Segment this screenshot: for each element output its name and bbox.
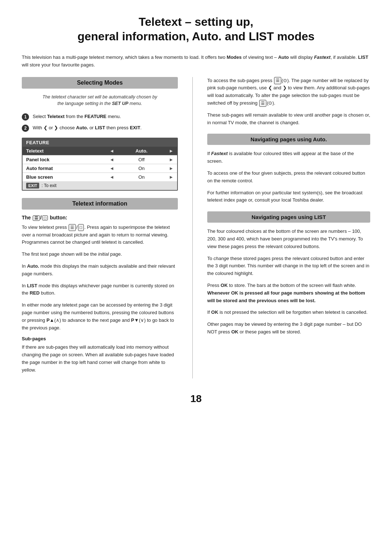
arrow-left-teletext: ◄: [106, 147, 118, 155]
subpages-header: Sub-pages: [22, 336, 178, 341]
left-column: Selecting Modes The teletext character s…: [22, 77, 178, 378]
button-para5: In either mode any teletext page can be …: [22, 301, 178, 332]
nav-auto-para3: For further information on your particul…: [207, 189, 370, 204]
row-label-bluescreen: Blue screen: [23, 173, 106, 182]
nav-list-para5: Other pages may be viewed by entering th…: [207, 321, 370, 336]
italic-note: The teletext character set will be autom…: [22, 94, 178, 108]
value-autoformat: On: [118, 164, 166, 173]
button-para2: The first text page shown will be the in…: [22, 251, 178, 258]
row-label-panellock: Panel lock: [23, 155, 106, 164]
feature-table-wrapper: FEATURE Teletext ◄ Auto. ► Panel lock ◄ …: [22, 138, 178, 191]
button-para4: In LIST mode this displays whichever pag…: [22, 282, 178, 297]
button-para1: To view teletext press ☰/□. Press again …: [22, 224, 178, 246]
exit-desc: : To exit: [41, 183, 56, 188]
page-title: Teletext – setting up, general informati…: [22, 15, 370, 44]
value-panellock: Off: [118, 155, 166, 164]
step-number-2: 2: [22, 125, 29, 132]
arrow-left-panellock: ◄: [106, 155, 118, 164]
button-para3: In Auto. mode this displays the main sub…: [22, 263, 178, 278]
arrow-right-bluescreen: ►: [165, 173, 177, 182]
step-1: 1 Select Teletext from the FEATURE menu.: [22, 113, 178, 121]
step-list: 1 Select Teletext from the FEATURE menu.…: [22, 113, 178, 132]
table-row-bluescreen: Blue screen ◄ On ►: [23, 173, 177, 182]
feature-table-header: FEATURE: [23, 138, 177, 147]
nav-auto-para1: If Fastext is available four coloured ti…: [207, 150, 370, 165]
exit-key: EXIT: [26, 183, 39, 189]
step-number-1: 1: [22, 113, 29, 121]
column-divider: [192, 77, 193, 378]
teletext-info-header: Teletext information: [22, 198, 178, 210]
step-1-text: Select Teletext from the FEATURE menu.: [33, 113, 121, 120]
table-row-panellock: Panel lock ◄ Off ►: [23, 155, 177, 164]
exit-bar: EXIT : To exit: [23, 181, 177, 190]
nav-list-para4: If OK is not pressed the selection will …: [207, 309, 370, 316]
arrow-left-bluescreen: ◄: [106, 173, 118, 182]
feature-table: Teletext ◄ Auto. ► Panel lock ◄ Off ► Au…: [23, 147, 177, 181]
row-label-teletext: Teletext: [23, 147, 106, 155]
intro-text: This television has a multi-page teletex…: [22, 54, 370, 69]
arrow-right-panellock: ►: [165, 155, 177, 164]
subpages-para3: These sub-pages will remain available to…: [207, 112, 370, 127]
subpages-para2: To access the sub-pages press ☰(⊙). The …: [207, 77, 370, 107]
arrow-left-autoformat: ◄: [106, 164, 118, 173]
step-2: 2 With ❮ or ❯ choose Auto. or LIST then …: [22, 124, 178, 132]
button-section-title: The ☰/□ button:: [22, 215, 178, 221]
value-teletext: Auto.: [118, 147, 166, 155]
table-row-autoformat: Auto format ◄ On ►: [23, 164, 177, 173]
value-bluescreen: On: [118, 173, 166, 182]
right-column: To access the sub-pages press ☰(⊙). The …: [207, 77, 370, 340]
nav-auto-header: Navigating pages using Auto.: [207, 134, 370, 145]
nav-list-para3: Press OK to store. The bars at the botto…: [207, 282, 370, 304]
page-number: 18: [22, 393, 370, 405]
selecting-modes-header: Selecting Modes: [22, 77, 178, 89]
nav-list-para2: To change these stored pages press the r…: [207, 255, 370, 277]
nav-list-header: Navigating pages using LIST: [207, 211, 370, 223]
nav-auto-para2: To access one of the four given subjects…: [207, 170, 370, 185]
table-row-teletext: Teletext ◄ Auto. ►: [23, 147, 177, 155]
nav-list-para1: The four coloured choices at the bottom …: [207, 228, 370, 250]
step-2-text: With ❮ or ❯ choose Auto. or LIST then pr…: [33, 124, 142, 131]
arrow-right-teletext: ►: [165, 147, 177, 155]
arrow-right-autoformat: ►: [165, 164, 177, 173]
row-label-autoformat: Auto format: [23, 164, 106, 173]
subpages-para1: If there are sub-pages they will automat…: [22, 344, 178, 374]
